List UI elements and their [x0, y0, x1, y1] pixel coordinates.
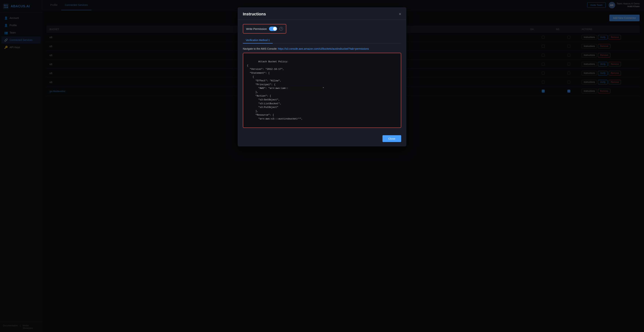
modal-footer: Close [238, 132, 406, 146]
redacted-arn [288, 86, 322, 90]
verification-tab-1[interactable]: Verification Method 1 [243, 37, 273, 44]
modal-overlay[interactable]: Instructions × Write Permission ? Verifi… [0, 0, 644, 332]
write-permission-label: Write Permission [246, 27, 267, 30]
write-permission-toggle[interactable] [269, 26, 277, 31]
close-button[interactable]: Close [382, 135, 401, 142]
modal-header: Instructions × [238, 7, 406, 20]
bucket-policy-label: Attach Bucket Policy: { "Version": "2012… [247, 60, 324, 120]
code-block: Attach Bucket Policy: { "Version": "2012… [243, 53, 401, 128]
instructions-modal: Instructions × Write Permission ? Verifi… [238, 7, 406, 146]
aws-console-link[interactable]: https://s3.console.aws.amazon.com/s3/buc… [278, 47, 369, 50]
navigate-text: Navigate to the AWS Console: https://s3.… [243, 47, 401, 50]
verification-tabs: Verification Method 1 [243, 37, 401, 44]
write-permission-row: Write Permission ? [243, 24, 286, 34]
modal-body: Write Permission ? Verification Method 1… [238, 20, 406, 132]
modal-close-button[interactable]: × [399, 12, 401, 16]
modal-title: Instructions [243, 12, 266, 16]
help-icon[interactable]: ? [279, 27, 283, 30]
